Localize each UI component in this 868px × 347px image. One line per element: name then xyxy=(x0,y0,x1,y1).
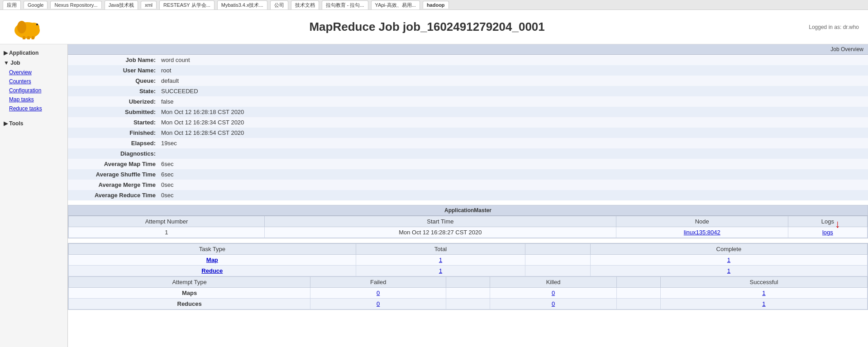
map-total: 1 xyxy=(356,255,525,266)
attempt-reduces-label: Reduces xyxy=(69,299,310,309)
browser-tab-techdoc[interactable]: 技术文档 xyxy=(291,0,319,10)
svg-rect-6 xyxy=(27,36,30,39)
field-label: Average Shuffle Time xyxy=(68,169,158,180)
reduces-failed-link[interactable]: 0 xyxy=(377,300,380,307)
state-value: SUCCEEDED xyxy=(158,86,868,96)
task-type-reduce: Reduce xyxy=(69,266,356,276)
browser-tab-lagou[interactable]: 拉勾教育 - 拉勾... xyxy=(322,0,368,10)
reduce-complete: 1 xyxy=(590,266,867,276)
field-label: Elapsed: xyxy=(68,138,158,148)
table-row: State: SUCCEEDED xyxy=(68,86,868,96)
field-value: 6sec xyxy=(158,159,868,169)
map-complete-link[interactable]: 1 xyxy=(727,257,730,263)
field-value: root xyxy=(158,65,868,76)
application-master-header: ApplicationMaster xyxy=(68,205,868,216)
field-value: 6sec xyxy=(158,169,868,180)
table-row: Finished: Mon Oct 12 16:28:54 CST 2020 xyxy=(68,128,868,138)
tools-arrow-icon: ▶ xyxy=(4,120,8,127)
node-cell: linux135:8042 xyxy=(616,227,788,238)
table-row: Average Merge Time 0sec xyxy=(68,180,868,190)
table-row: 1 Mon Oct 12 16:28:27 CST 2020 linux135:… xyxy=(69,227,868,238)
browser-tab-mybatis[interactable]: Mybatis3.4.x技术... xyxy=(217,0,267,10)
browser-tab-java[interactable]: Java技术栈 xyxy=(105,0,138,10)
col-killed: Killed xyxy=(490,277,616,288)
job-overview-header: Job Overview xyxy=(68,44,868,55)
reduces-successful: 1 xyxy=(660,299,867,309)
col-successful: Successful xyxy=(660,277,867,288)
maps-killed-link[interactable]: 0 xyxy=(552,290,555,296)
attempt-number-cell: 1 xyxy=(69,227,265,238)
maps-successful: 1 xyxy=(660,288,867,299)
counters-link[interactable]: Counters xyxy=(0,77,67,86)
field-value: Mon Oct 12 16:28:54 CST 2020 xyxy=(158,128,868,138)
task-summary-section: Task Type Total Complete Map 1 1 Reduce xyxy=(68,243,868,310)
reduces-killed: 0 xyxy=(490,299,616,309)
sidebar-application-header[interactable]: ▶ Application xyxy=(0,48,67,58)
browser-tab-resteasy[interactable]: RESTEASY 从学会... xyxy=(159,0,215,10)
field-label: Submitted: xyxy=(68,107,158,117)
table-header-row: Task Type Total Complete xyxy=(69,244,868,255)
map-tasks-link[interactable]: Map tasks xyxy=(0,95,67,104)
table-row: Job Name: word count xyxy=(68,55,868,65)
maps-successful-link[interactable]: 1 xyxy=(762,290,765,296)
sidebar-tools-header[interactable]: ▶ Tools xyxy=(0,119,67,128)
field-label: State: xyxy=(68,86,158,96)
maps-failed-spacer xyxy=(446,288,490,299)
field-label: Queue: xyxy=(68,76,158,86)
reduce-total-spacer xyxy=(525,266,590,276)
field-label: Diagnostics: xyxy=(68,148,158,159)
reduces-killed-spacer xyxy=(616,299,660,309)
reduce-total: 1 xyxy=(356,266,525,276)
col-total: Total xyxy=(356,244,525,255)
browser-tab-nexus[interactable]: Nexus Repository... xyxy=(50,1,101,9)
table-row: User Name: root xyxy=(68,65,868,76)
table-row: Started: Mon Oct 12 16:28:34 CST 2020 xyxy=(68,117,868,128)
sidebar-application-label: Application xyxy=(9,50,38,56)
reduce-link[interactable]: Reduce xyxy=(201,267,223,274)
job-arrow-icon: ▼ xyxy=(4,60,9,66)
am-table-container: ↓ Attempt Number Start Time Node Logs 1 xyxy=(68,216,868,238)
overview-link[interactable]: Overview xyxy=(0,68,67,77)
hadoop-logo-icon: hadoop xyxy=(9,14,45,39)
page-header: hadoop MapReduce Job job_1602491279204_0… xyxy=(0,10,868,44)
browser-tab-google[interactable]: Google xyxy=(24,1,48,9)
field-value xyxy=(158,148,868,159)
logs-link[interactable]: logs xyxy=(822,229,833,236)
sidebar-job-header[interactable]: ▼ Job xyxy=(0,58,67,68)
field-value: Mon Oct 12 16:28:18 CST 2020 xyxy=(158,107,868,117)
application-master-section: ApplicationMaster ↓ Attempt Number Start… xyxy=(68,205,868,238)
table-row: Uberized: false xyxy=(68,96,868,107)
browser-tab-yapi[interactable]: YApi-高效、易用... xyxy=(371,0,420,10)
job-info-table: Job Name: word count User Name: root Que… xyxy=(68,55,868,200)
reduce-tasks-link[interactable]: Reduce tasks xyxy=(0,104,67,113)
field-value: default xyxy=(158,76,868,86)
browser-tab-company[interactable]: 公司 xyxy=(270,0,288,10)
node-link[interactable]: linux135:8042 xyxy=(684,229,720,236)
reduce-total-link[interactable]: 1 xyxy=(439,267,442,274)
browser-tab-app[interactable]: 应用 xyxy=(3,0,21,10)
reduces-killed-link[interactable]: 0 xyxy=(552,300,555,307)
browser-tab-xml[interactable]: xml xyxy=(141,1,157,9)
reduce-complete-link[interactable]: 1 xyxy=(727,267,730,274)
svg-point-4 xyxy=(17,21,26,33)
reduces-successful-link[interactable]: 1 xyxy=(762,300,765,307)
maps-failed-link[interactable]: 0 xyxy=(377,290,380,296)
col-total-spacer xyxy=(525,244,590,255)
col-complete: Complete xyxy=(590,244,867,255)
maps-failed: 0 xyxy=(310,288,446,299)
task-type-map: Map xyxy=(69,255,356,266)
map-total-link[interactable]: 1 xyxy=(439,257,442,263)
start-time-cell: Mon Oct 12 16:28:27 CST 2020 xyxy=(264,227,616,238)
sidebar-job-label: Job xyxy=(10,60,20,66)
configuration-link[interactable]: Configuration xyxy=(0,86,67,95)
attempt-maps-label: Maps xyxy=(69,288,310,299)
map-link[interactable]: Map xyxy=(206,257,218,263)
attempt-type-table: Attempt Type Failed Killed Successful Ma… xyxy=(68,276,868,309)
sidebar: ▶ Application ▼ Job Overview Counters Co… xyxy=(0,44,68,347)
maps-killed-spacer xyxy=(616,288,660,299)
browser-bar: 应用 Google Nexus Repository... Java技术栈 xm… xyxy=(0,0,868,10)
page-title: MapReduce Job job_1602491279204_0001 xyxy=(45,20,809,34)
field-value: 0sec xyxy=(158,190,868,200)
browser-tab-hadoop[interactable]: hadoop xyxy=(423,1,449,9)
job-overview-section: Job Overview Job Name: word count User N… xyxy=(68,44,868,200)
